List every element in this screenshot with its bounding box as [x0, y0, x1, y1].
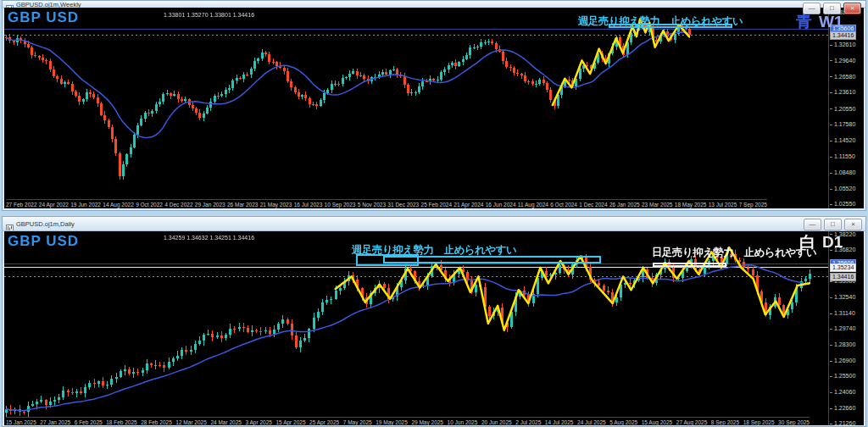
- date-label: 11 Aug 2024: [518, 202, 548, 208]
- ohlc-readout: 1.33801 1.35270 1.33801 1.34416: [164, 12, 254, 18]
- date-label: 24 Jul 2025: [577, 419, 606, 425]
- symbol-watermark: GBP USD: [8, 233, 79, 250]
- window-titlebar[interactable]: GBPUSD.oj1m,Daily: [3, 217, 865, 231]
- date-label: 23 Mar 2025: [642, 202, 673, 208]
- date-label: 18 May 2025: [675, 202, 707, 208]
- supply-zone-label-daily: 日足売り抑え勢力 止められやすい: [652, 246, 816, 260]
- date-label: 2 Jul 2025: [515, 419, 541, 425]
- date-axis[interactable]: 15 Jan 202527 Jan 20256 Feb 202518 Feb 2…: [6, 417, 810, 425]
- price-tick: 1.11550: [830, 153, 855, 159]
- timeframe-kanji: 青: [796, 13, 812, 30]
- date-label: 25 Apr 2025: [309, 419, 339, 425]
- date-label: 15 Aug 2025: [642, 419, 673, 425]
- date-axis[interactable]: 27 Feb 202224 Apr 202219 Jun 202214 Aug …: [6, 199, 767, 208]
- date-label: 25 Feb 2024: [421, 202, 453, 208]
- price-tick: 1.02550: [830, 201, 855, 207]
- date-label: 8 Sep 2025: [711, 419, 739, 425]
- date-label: 27 Jan 2025: [40, 419, 70, 425]
- price-tick: 1.25500: [830, 373, 855, 379]
- date-label: 18 Feb 2025: [106, 419, 137, 425]
- price-axis[interactable]: 1.386401.326101.296401.265801.236101.205…: [828, 8, 864, 208]
- chart-area-daily[interactable]: GBP USD 1.34259 1.34632 1.34251 1.34416 …: [4, 231, 864, 425]
- price-axis[interactable]: 1.382201.368201.339801.325401.311401.297…: [828, 231, 864, 425]
- date-label: 14 Jul 2025: [545, 419, 574, 425]
- date-label: 27 Aug 2025: [676, 419, 708, 425]
- date-label: 15 Jan 2025: [6, 419, 36, 425]
- date-label: 5 Nov 2023: [358, 202, 386, 208]
- price-tick: 1.28300: [830, 341, 855, 347]
- price-tick: 1.21260: [830, 420, 855, 425]
- price-tick: 1.20550: [830, 106, 855, 112]
- price-tick: 1.05520: [830, 186, 855, 191]
- date-label: 20 Jun 2025: [481, 419, 512, 425]
- chart-icon: [6, 220, 14, 228]
- date-label: 19 Jun 2022: [70, 202, 101, 208]
- window-controls: — □ ×: [801, 219, 862, 230]
- date-label: 26 Jan 2025: [609, 202, 640, 208]
- date-label: 9 Oct 2022: [136, 202, 163, 208]
- date-label: 6 Oct 2024: [550, 202, 577, 208]
- price-tick: 1.23610: [830, 89, 855, 95]
- date-label: 7 Sep 2025: [739, 202, 767, 208]
- date-label: 24 Mar 2025: [210, 419, 242, 425]
- date-label: 10 Sep 2023: [325, 202, 356, 208]
- date-label: 21 May 2023: [260, 202, 292, 208]
- date-label: 10 Jun 2025: [448, 419, 478, 425]
- date-label: 16 Jun 2024: [486, 202, 516, 208]
- date-label: 29 Jan 2023: [195, 202, 225, 208]
- ohlc-readout: 1.34259 1.34632 1.34251 1.34416: [164, 235, 254, 241]
- price-tick: 1.24060: [830, 389, 855, 395]
- date-label: 16 Jul 2023: [294, 202, 323, 208]
- date-label: 7 May 2025: [343, 419, 372, 425]
- close-button[interactable]: ×: [844, 219, 862, 230]
- date-label: 14 Aug 2022: [103, 202, 134, 208]
- date-label: 30 Sep 2025: [778, 419, 810, 425]
- price-tick: 1.26900: [830, 358, 855, 363]
- price-tick: 1.26580: [830, 74, 855, 80]
- date-label: 24 Apr 2022: [39, 202, 69, 208]
- date-label: 21 Apr 2024: [453, 202, 483, 208]
- price-tick: 1.32610: [830, 42, 855, 47]
- price-tick: 1.17580: [830, 121, 855, 127]
- price-chart-canvas[interactable]: [4, 8, 828, 199]
- chart-window-weekly: GBPUSD.oj1m,Weekly — □ × GBP USD 1.33801…: [2, 0, 866, 211]
- price-marker-white: 1.35234: [830, 263, 856, 272]
- restore-button[interactable]: □: [824, 219, 842, 230]
- date-label: 5 Aug 2025: [609, 419, 637, 425]
- metatrader-workspace: GBPUSD.oj1m,Weekly — □ × GBP USD 1.33801…: [0, 0, 868, 427]
- date-label: 31 Dec 2023: [387, 202, 419, 208]
- supply-zone-label-weekly: 週足売り抑え勢力 止められやすい: [578, 14, 743, 29]
- date-label: 4 Dec 2022: [164, 202, 192, 208]
- supply-zone-label-weekly: 週足売り抑え勢力 止められやすい: [352, 243, 516, 258]
- minimize-button[interactable]: —: [803, 3, 821, 14]
- date-label: 15 Apr 2025: [275, 419, 305, 425]
- price-marker-gray: 1.34416: [830, 273, 856, 281]
- restore-button[interactable]: □: [823, 3, 841, 14]
- window-title: GBPUSD.oj1m,Daily: [16, 220, 75, 228]
- date-label: 12 Mar 2025: [175, 419, 207, 425]
- price-tick: 1.29640: [830, 58, 855, 64]
- date-label: 6 Feb 2025: [75, 419, 103, 425]
- minimize-button[interactable]: —: [804, 219, 821, 230]
- chart-window-daily: GBPUSD.oj1m,Daily — □ × GBP USD 1.34259 …: [2, 216, 866, 427]
- chart-area-weekly[interactable]: GBP USD 1.33801 1.35270 1.33801 1.34416 …: [4, 8, 864, 208]
- timeframe-code: D1: [822, 233, 843, 251]
- date-label: 1 Dec 2024: [579, 202, 607, 208]
- price-tick: 1.22660: [830, 405, 855, 411]
- symbol-watermark: GBP USD: [8, 9, 79, 26]
- price-tick: 1.31140: [830, 310, 855, 316]
- date-label: 19 May 2025: [376, 419, 408, 425]
- timeframe-kanji: 白: [799, 233, 815, 251]
- price-tick: 1.08480: [830, 169, 855, 175]
- price-tick: 1.32540: [830, 294, 855, 300]
- close-button[interactable]: ×: [843, 3, 861, 14]
- timeframe-badge: 白D1: [799, 231, 843, 253]
- timeframe-code: W1: [819, 13, 843, 30]
- date-label: 26 Mar 2023: [227, 202, 259, 208]
- date-label: 27 Feb 2022: [6, 202, 37, 208]
- date-label: 18 Sep 2025: [743, 419, 775, 425]
- price-tick: 1.14520: [830, 137, 855, 143]
- date-label: 13 Jul 2025: [709, 202, 737, 208]
- date-label: 3 Apr 2025: [245, 419, 271, 425]
- price-tick: 1.29740: [830, 325, 855, 331]
